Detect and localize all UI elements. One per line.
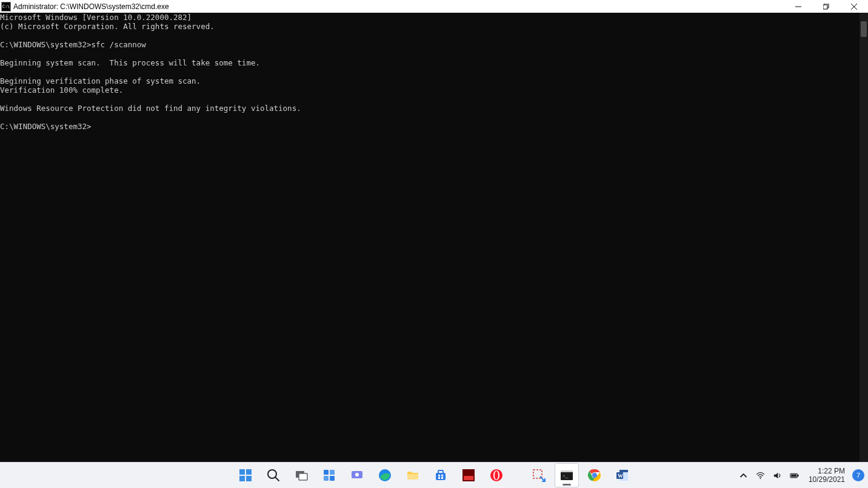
svg-point-39	[593, 473, 596, 477]
notification-button[interactable]: 7	[852, 469, 864, 481]
wifi-icon	[756, 471, 765, 480]
console-line: Verification 100% complete.	[0, 85, 123, 95]
search-button[interactable]	[261, 463, 285, 487]
svg-point-30	[495, 471, 498, 480]
chrome-button[interactable]	[583, 463, 607, 487]
edge-button[interactable]	[373, 463, 397, 487]
svg-rect-14	[324, 476, 329, 481]
svg-rect-41	[619, 470, 628, 472]
close-icon	[851, 4, 857, 10]
search-icon	[266, 468, 281, 483]
svg-line-9	[275, 477, 279, 481]
svg-rect-12	[324, 470, 329, 475]
svg-rect-23	[441, 475, 443, 476]
opera-icon	[489, 468, 504, 483]
typed-command: sfc /scannow	[92, 40, 146, 49]
svg-rect-11	[299, 473, 307, 480]
console-line: Windows Resource Protection did not find…	[0, 104, 301, 113]
svg-rect-21	[438, 470, 443, 473]
edge-icon	[378, 468, 392, 483]
minimize-button[interactable]	[784, 0, 812, 13]
start-button[interactable]	[233, 463, 258, 487]
minimize-icon	[795, 4, 801, 10]
svg-text:W: W	[618, 473, 623, 479]
svg-rect-24	[438, 477, 440, 479]
battery-icon	[790, 471, 799, 480]
close-button[interactable]	[840, 0, 868, 13]
svg-rect-13	[330, 470, 335, 475]
svg-text:>_: >_	[563, 473, 569, 479]
window-title: Administrator: C:\WINDOWS\system32\cmd.e…	[13, 2, 169, 11]
app-red-icon	[461, 468, 476, 483]
console-line: (c) Microsoft Corporation. All rights re…	[0, 22, 215, 31]
snip-icon	[532, 468, 546, 483]
file-explorer-button[interactable]	[401, 463, 425, 487]
snip-button[interactable]	[527, 463, 551, 487]
chrome-icon	[587, 468, 602, 483]
svg-rect-1	[823, 5, 827, 9]
titlebar[interactable]: C:\ Administrator: C:\WINDOWS\system32\c…	[0, 0, 868, 13]
notification-count: 7	[856, 472, 860, 479]
word-button[interactable]: W	[610, 463, 635, 487]
vertical-scrollbar[interactable]	[860, 13, 868, 462]
cmd-appicon: C:\	[1, 2, 11, 12]
widgets-button[interactable]	[317, 463, 341, 487]
windows-icon	[238, 468, 253, 483]
svg-rect-5	[246, 469, 252, 475]
opera-button[interactable]	[484, 463, 509, 487]
task-view-button[interactable]	[289, 463, 313, 487]
cmd-taskbar-button[interactable]: >_	[555, 463, 579, 487]
svg-rect-46	[798, 474, 799, 476]
clock[interactable]: 1:22 PM 10/29/2021	[809, 467, 845, 484]
svg-rect-22	[438, 475, 440, 476]
widgets-icon	[322, 468, 336, 483]
prompt: C:\WINDOWS\system32>	[0, 40, 92, 49]
maximize-icon	[823, 4, 829, 10]
svg-rect-34	[561, 470, 573, 472]
cmd-window: C:\ Administrator: C:\WINDOWS\system32\c…	[0, 0, 868, 462]
svg-point-17	[355, 473, 359, 476]
svg-rect-6	[239, 476, 245, 481]
prompt: C:\WINDOWS\system32>	[0, 122, 92, 131]
svg-rect-4	[239, 469, 245, 475]
word-icon: W	[615, 468, 630, 483]
svg-rect-19	[407, 474, 418, 480]
chat-button[interactable]	[345, 463, 369, 487]
task-view-icon	[294, 468, 309, 483]
console-output[interactable]: Microsoft Windows [Version 10.0.22000.28…	[0, 13, 860, 462]
store-button[interactable]	[429, 463, 453, 487]
volume-icon	[773, 471, 782, 480]
system-tray: 1:22 PM 10/29/2021 7	[738, 463, 864, 488]
chat-icon	[350, 468, 364, 483]
store-icon	[433, 468, 448, 483]
battery-button[interactable]	[789, 463, 800, 487]
svg-rect-7	[246, 476, 252, 481]
console-line: Beginning system scan. This process will…	[0, 58, 260, 67]
taskbar-center: >_ W	[233, 463, 635, 488]
console-line: Beginning verification phase of system s…	[0, 76, 201, 85]
taskbar: >_ W	[0, 462, 868, 488]
console-line: Microsoft Windows [Version 10.0.22000.28…	[0, 13, 192, 22]
console-area: Microsoft Windows [Version 10.0.22000.28…	[0, 13, 868, 462]
maximize-button[interactable]	[812, 0, 840, 13]
svg-rect-47	[792, 474, 797, 476]
svg-point-44	[760, 478, 761, 479]
scrollbar-thumb[interactable]	[861, 21, 867, 37]
svg-rect-27	[464, 476, 473, 480]
cmd-icon: >_	[559, 468, 574, 483]
chevron-up-icon	[739, 471, 748, 480]
tray-date: 10/29/2021	[809, 475, 845, 484]
svg-rect-15	[330, 476, 335, 481]
svg-rect-25	[441, 477, 443, 479]
tray-overflow-button[interactable]	[738, 463, 749, 487]
wifi-button[interactable]	[755, 463, 766, 487]
volume-button[interactable]	[772, 463, 783, 487]
folder-icon	[406, 468, 420, 483]
app-red-button[interactable]	[456, 463, 481, 487]
tray-time: 1:22 PM	[809, 467, 845, 475]
